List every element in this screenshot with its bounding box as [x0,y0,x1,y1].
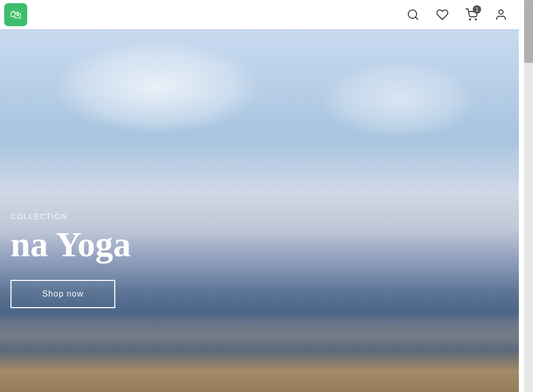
logo-icon: 🛍 [10,8,21,21]
hero-content: COLLECTION na Yoga Shop now [10,212,131,308]
hero-title: na Yoga [10,225,131,264]
svg-line-1 [416,17,418,19]
logo-container: 🛍 [4,3,27,26]
svg-point-4 [499,10,503,14]
header-icons: 1 [404,5,510,24]
svg-point-3 [475,19,476,20]
account-icon [495,8,507,21]
scrollbar-track[interactable] [524,0,533,392]
hero-background [0,29,519,392]
scrollbar-thumb[interactable] [524,0,533,63]
wishlist-button[interactable] [433,5,452,24]
account-button[interactable] [492,5,510,24]
search-icon [407,8,419,21]
search-button[interactable] [404,5,422,24]
heart-icon [436,8,449,21]
cart-badge: 1 [473,5,481,14]
shop-now-button[interactable]: Shop now [10,280,115,308]
header: 🛍 1 [0,0,519,29]
logo-button[interactable]: 🛍 [4,3,27,26]
cart-button[interactable]: 1 [462,5,481,24]
svg-point-2 [470,19,471,20]
collection-label: COLLECTION [10,212,131,221]
hero-section: COLLECTION na Yoga Shop now [0,29,519,392]
